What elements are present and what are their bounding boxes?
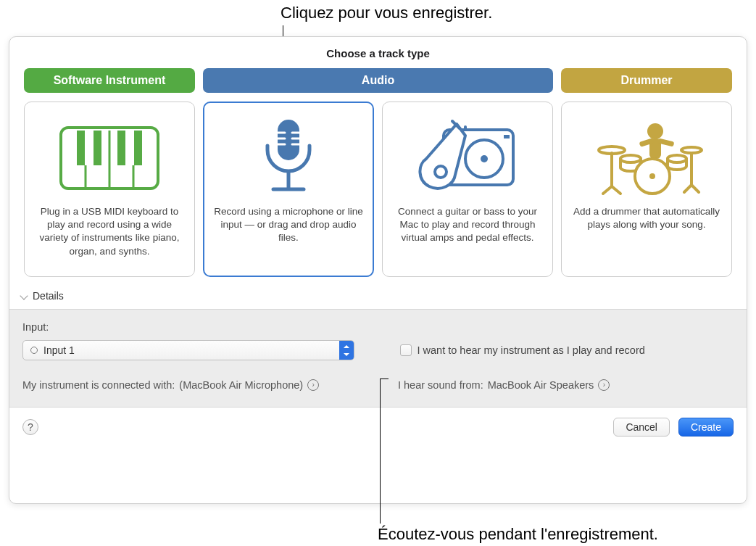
- mono-icon: [30, 347, 38, 354]
- svg-line-33: [603, 186, 612, 194]
- input-select[interactable]: Input 1: [22, 340, 354, 360]
- svg-line-34: [612, 186, 620, 194]
- monitor-label: I want to hear my instrument as I play a…: [418, 344, 645, 356]
- callout-line: [380, 379, 389, 379]
- svg-rect-3: [117, 131, 125, 165]
- card-description: Connect a guitar or bass to your Mac to …: [393, 205, 542, 245]
- output-device-link[interactable]: I hear sound from: MacBook Air Speakers …: [398, 379, 734, 391]
- chevron-down-icon: [20, 291, 28, 299]
- microphone-icon: [249, 115, 328, 201]
- svg-point-40: [668, 155, 686, 162]
- svg-point-20: [481, 155, 488, 162]
- tab-software-instrument[interactable]: Software Instrument: [24, 68, 195, 93]
- track-type-dialog: Choose a track type Software Instrument …: [9, 36, 747, 504]
- input-label: Input:: [22, 321, 734, 333]
- svg-point-39: [620, 155, 641, 162]
- keyboard-icon: [55, 115, 164, 201]
- tab-drummer[interactable]: Drummer: [561, 68, 732, 93]
- card-drummer[interactable]: Add a drummer that automatically plays a…: [561, 102, 732, 277]
- callout-line: [380, 379, 381, 524]
- connected-prefix: My instrument is connected with:: [22, 379, 175, 391]
- card-software-instrument[interactable]: Plug in a USB MIDI keyboard to play and …: [24, 102, 195, 277]
- dialog-footer: ? Cancel Create: [9, 408, 747, 447]
- input-device-link[interactable]: My instrument is connected with: (MacBoo…: [22, 379, 354, 391]
- card-description: Add a drummer that automatically plays a…: [572, 205, 721, 231]
- monitor-checkbox-row[interactable]: I want to hear my instrument as I play a…: [400, 340, 734, 360]
- checkbox-icon: [400, 344, 412, 356]
- svg-point-27: [647, 123, 663, 139]
- arrow-right-circle-icon: ›: [307, 379, 319, 391]
- svg-rect-4: [134, 131, 142, 165]
- track-cards: Plug in a USB MIDI keyboard to play and …: [9, 93, 747, 277]
- guitar-amp-icon: [413, 115, 522, 201]
- card-description: Record using a microphone or line input …: [214, 205, 363, 245]
- drummer-icon: [589, 115, 705, 201]
- svg-rect-2: [94, 131, 101, 165]
- connected-device: (MacBook Air Microphone): [179, 379, 303, 391]
- annotation-top: Cliquez pour vous enregistrer.: [281, 4, 492, 22]
- card-audio-mic[interactable]: Record using a microphone or line input …: [203, 102, 374, 277]
- tab-audio[interactable]: Audio: [203, 68, 553, 93]
- svg-rect-1: [77, 131, 85, 165]
- card-audio-guitar[interactable]: Connect a guitar or bass to your Mac to …: [382, 102, 553, 277]
- svg-rect-23: [504, 135, 510, 138]
- annotation-bottom: Écoutez-vous pendant l'enregistrement.: [378, 525, 658, 544]
- output-prefix: I hear sound from:: [398, 379, 483, 391]
- dialog-title: Choose a track type: [9, 37, 747, 68]
- svg-point-42: [649, 173, 655, 179]
- input-value: Input 1: [43, 344, 75, 356]
- details-panel: Input: Input 1 I want to hear: [9, 309, 747, 408]
- svg-line-37: [684, 185, 691, 192]
- details-label: Details: [33, 290, 64, 302]
- select-stepper-icon: [339, 341, 354, 360]
- output-device: MacBook Air Speakers: [488, 379, 594, 391]
- create-button[interactable]: Create: [678, 418, 734, 437]
- arrow-right-circle-icon: ›: [598, 379, 610, 391]
- card-description: Plug in a USB MIDI keyboard to play and …: [35, 205, 184, 258]
- track-type-tabs: Software Instrument Audio Drummer: [9, 68, 747, 93]
- cancel-button[interactable]: Cancel: [613, 418, 670, 437]
- svg-rect-8: [278, 120, 299, 160]
- help-button[interactable]: ?: [22, 419, 38, 435]
- details-disclosure[interactable]: Details: [9, 277, 747, 309]
- svg-point-24: [435, 166, 446, 178]
- svg-line-38: [691, 185, 699, 192]
